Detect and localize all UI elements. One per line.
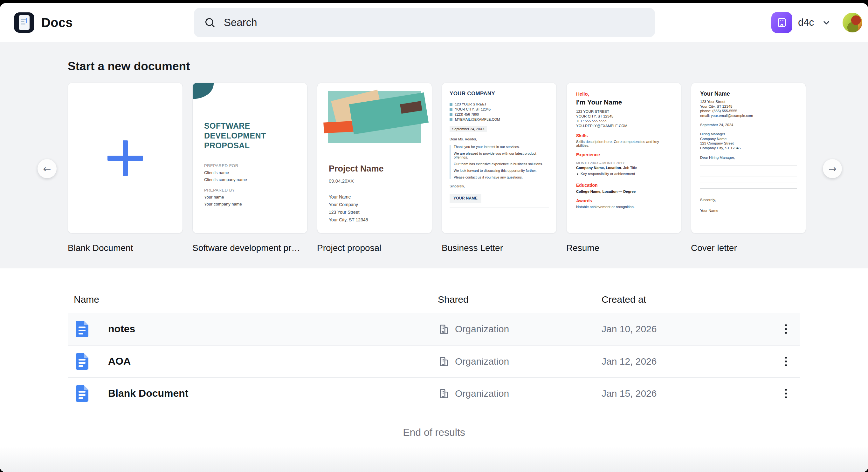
prepared-by-label: PREPARED BY bbox=[204, 188, 296, 193]
template-label: Project proposal bbox=[317, 243, 432, 253]
arrow-left-icon: ← bbox=[43, 163, 51, 174]
address-line: YOUR CITY, ST 12345 bbox=[455, 107, 491, 111]
plus-icon bbox=[107, 140, 143, 176]
cover-name: Your Name bbox=[700, 91, 797, 97]
address-line: (123) 456-7890 bbox=[455, 112, 479, 116]
app-title: Docs bbox=[41, 15, 73, 30]
created-at: Jan 10, 2026 bbox=[601, 324, 772, 334]
project-line: Your Name bbox=[329, 194, 420, 200]
contact-line: Your City, ST 12345 bbox=[700, 104, 797, 109]
template-card-project-proposal[interactable]: Project Name 09.04.20XX Your Name Your C… bbox=[317, 82, 432, 233]
signature: Your Name bbox=[700, 209, 797, 212]
document-icon bbox=[76, 385, 88, 402]
top-bar: Docs d4c bbox=[0, 3, 868, 42]
letter-paragraph: Thank you for your interest in our servi… bbox=[454, 145, 549, 149]
app-window: Docs d4c bbox=[0, 3, 868, 472]
template-card-software-proposal[interactable]: SOFTWARE DEVELOPMENT PROPOSAL PREPARED F… bbox=[192, 82, 307, 233]
resume-name: I'm Your Name bbox=[576, 98, 672, 106]
document-name: notes bbox=[108, 323, 135, 335]
search-bar[interactable] bbox=[194, 8, 655, 37]
shared-label: Organization bbox=[455, 388, 509, 399]
closing: Sincerely, bbox=[700, 198, 797, 202]
recipient-line: Hiring Manager bbox=[700, 132, 797, 137]
project-title: Project Name bbox=[329, 164, 420, 174]
brand[interactable]: Docs bbox=[14, 12, 73, 33]
project-line: Your Company bbox=[329, 202, 420, 207]
address-line: 123 YOUR STREET bbox=[455, 102, 487, 106]
contact-line: YOUR CITY, ST 12345 bbox=[576, 114, 672, 119]
template-card-blank-document[interactable] bbox=[68, 82, 183, 233]
contact-line: YOU.REPLY@EXAMPLE.COM bbox=[576, 124, 672, 128]
organization-icon bbox=[438, 387, 450, 400]
template-label: Software development pr… bbox=[192, 243, 307, 253]
row-menu-button[interactable] bbox=[777, 352, 795, 370]
created-at: Jan 15, 2026 bbox=[601, 388, 772, 399]
table-header: Name Shared Created at bbox=[68, 286, 800, 313]
project-date: 09.04.20XX bbox=[329, 178, 420, 183]
search-input[interactable] bbox=[224, 16, 645, 29]
template-label: Blank Document bbox=[68, 243, 183, 253]
table-row[interactable]: notes Organization Jan 10, 2026 bbox=[68, 313, 800, 345]
contact-line: phone: (555) 555-5555 bbox=[700, 109, 797, 113]
document-glyph bbox=[19, 15, 30, 30]
document-icon bbox=[76, 353, 88, 370]
project-line: Your City, ST 12345 bbox=[329, 217, 420, 222]
organization-badge-icon[interactable] bbox=[771, 12, 792, 33]
education-heading: Education bbox=[576, 182, 672, 188]
letter-paragraph: Please contact us if you have any questi… bbox=[454, 175, 549, 179]
recipient-line: Company City, ST 12345 bbox=[700, 146, 797, 150]
template-card-resume[interactable]: Hello, I'm Your Name 123 YOUR STREET YOU… bbox=[566, 82, 681, 233]
rule bbox=[450, 207, 549, 207]
address-line: MYEMAIL@EXAMPLE.COM bbox=[455, 117, 500, 121]
column-name: Name bbox=[68, 294, 438, 305]
skills-heading: Skills bbox=[576, 133, 672, 138]
carousel-next-button[interactable]: → bbox=[823, 159, 842, 178]
letter-paragraph: Our team has extensive experience in bus… bbox=[454, 162, 549, 166]
template-cards: Blank Document SOFTWARE DEVELOPMENT PROP… bbox=[68, 82, 868, 253]
salutation: Dear Ms. Reader, bbox=[450, 137, 549, 141]
org-name[interactable]: d4c bbox=[798, 17, 814, 28]
avatar[interactable] bbox=[843, 13, 862, 32]
column-shared: Shared bbox=[438, 294, 601, 305]
docs-logo-icon bbox=[14, 12, 34, 33]
end-of-results: End of results bbox=[0, 427, 868, 438]
arrow-right-icon: → bbox=[828, 163, 836, 174]
contact-line: 123 Your Street bbox=[700, 99, 797, 104]
your-name: Your name bbox=[204, 195, 296, 200]
table-row[interactable]: Blank Document Organization Jan 15, 2026 bbox=[68, 377, 800, 409]
bullet-square-icon bbox=[450, 113, 453, 116]
templates-section: Start a new document ← → Blank Document … bbox=[0, 42, 868, 268]
experience-heading: Experience bbox=[576, 152, 672, 157]
template-card-business-letter[interactable]: YOUR COMPANY 123 YOUR STREET YOUR CITY, … bbox=[442, 82, 557, 233]
contact-line: TEL: 555.555.5555 bbox=[576, 119, 672, 124]
chevron-down-icon[interactable] bbox=[821, 17, 832, 28]
proposal-title: SOFTWARE DEVELOPMENT PROPOSAL bbox=[204, 121, 296, 150]
resume-hello: Hello, bbox=[576, 91, 672, 97]
skills-text: Skills description here. Core competenci… bbox=[576, 140, 672, 147]
document-icon bbox=[76, 321, 88, 337]
templates-heading: Start a new document bbox=[68, 60, 868, 73]
folded-corner bbox=[84, 385, 88, 390]
template-card-cover-letter[interactable]: Your Name 123 Your Street Your City, ST … bbox=[691, 82, 806, 233]
company-title: YOUR COMPANY bbox=[450, 91, 549, 99]
bottom-fade bbox=[0, 447, 868, 472]
document-name: Blank Document bbox=[108, 387, 188, 399]
row-menu-button[interactable] bbox=[777, 385, 795, 402]
table-row[interactable]: AOA Organization Jan 12, 2026 bbox=[68, 345, 800, 377]
documents-section: Name Shared Created at notes bbox=[0, 268, 868, 472]
closing: Sincerely, bbox=[450, 184, 549, 188]
letter-date: September 24, 20XX bbox=[450, 126, 487, 132]
shared-label: Organization bbox=[455, 356, 509, 367]
template-label: Business Letter bbox=[442, 243, 557, 253]
bullet-square-icon bbox=[450, 108, 453, 111]
shared-label: Organization bbox=[455, 324, 509, 334]
row-menu-button[interactable] bbox=[777, 320, 795, 338]
contact-line: 123 YOUR STREET bbox=[576, 109, 672, 114]
education-line: College Name, Location — Degree bbox=[576, 190, 672, 194]
letter-paragraph: We are pleased to provide you with our l… bbox=[454, 151, 549, 159]
recipient-line: Company Name bbox=[700, 137, 797, 141]
carousel-prev-button[interactable]: ← bbox=[37, 159, 57, 178]
client-name: Client's name bbox=[204, 170, 296, 175]
your-company: Your company name bbox=[204, 202, 296, 206]
account-area: d4c bbox=[771, 12, 862, 33]
